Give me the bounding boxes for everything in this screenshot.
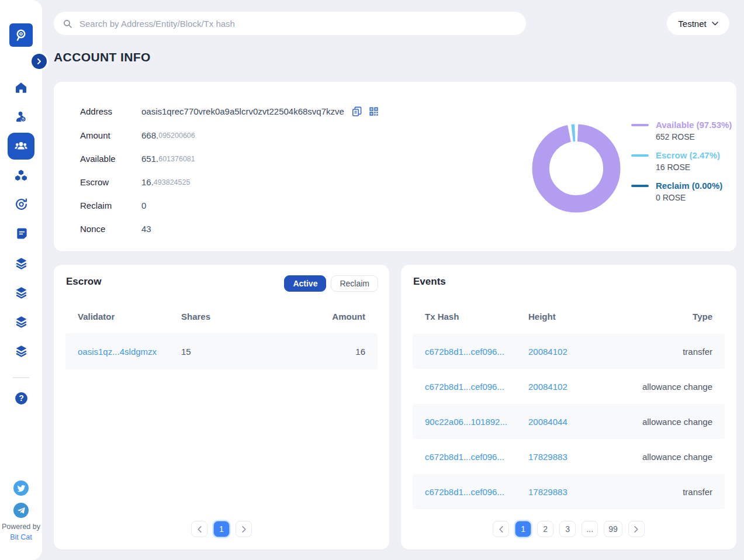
page-ellipsis[interactable]: ...	[582, 521, 598, 537]
search-icon	[63, 19, 72, 29]
chevron-down-icon	[712, 22, 718, 26]
search-input[interactable]	[79, 12, 518, 35]
address-value: oasis1qrec770vrek0a9a5lcrv0zvt22504k68sv…	[141, 106, 344, 116]
available-value: 651.601376081	[141, 154, 195, 164]
paratime-1-icon[interactable]	[7, 249, 35, 277]
tx-hash-link[interactable]: c672b8d1...cef096...	[425, 487, 528, 497]
escrow-value: 16.493824525	[141, 177, 190, 187]
events-panel: Events Tx Hash Height Type c672b8d1...ce…	[401, 265, 736, 549]
home-icon[interactable]	[7, 74, 35, 102]
escrow-table-row: oasis1qz...4sldgmzx 15 16	[65, 333, 378, 369]
shares-cell: 15	[181, 347, 355, 357]
transactions-icon[interactable]	[7, 190, 35, 218]
documents-icon[interactable]	[7, 219, 35, 247]
balance-donut-chart	[532, 124, 621, 213]
sidebar-expand-button[interactable]	[32, 54, 47, 69]
svg-text:?: ?	[19, 393, 24, 403]
events-panel-title: Events	[413, 276, 446, 288]
page-button-1[interactable]: 1	[213, 521, 230, 537]
amount-value: 668.095200606	[141, 130, 195, 140]
escrow-label: Escrow	[80, 177, 141, 187]
copy-icon[interactable]	[351, 106, 362, 117]
address-label: Address	[80, 106, 141, 116]
nonce-value: 43	[141, 224, 151, 234]
reclaim-label: Reclaim	[80, 201, 141, 210]
blocks-icon[interactable]	[7, 161, 35, 189]
nonce-label: Nonce	[80, 224, 141, 234]
tx-hash-link[interactable]: c672b8d1...cef096...	[425, 347, 528, 357]
help-icon[interactable]: ?	[7, 384, 35, 412]
type-cell: allowance change	[642, 452, 712, 462]
paratime-3-icon[interactable]	[7, 307, 35, 336]
search-bar	[54, 12, 526, 35]
page-button-2[interactable]: 2	[537, 521, 553, 537]
reclaim-value: 0	[141, 201, 146, 210]
account-info-card: Address oasis1qrec770vrek0a9a5lcrv0zvt22…	[54, 82, 736, 251]
type-cell: allowance change	[642, 417, 712, 427]
sidebar: ? Powered by Bit Cat	[0, 0, 42, 560]
app-logo-icon[interactable]	[9, 23, 33, 47]
legend-item-reclaim: Reclaim (0.00%) 0 ROSE	[631, 180, 732, 203]
paratime-2-icon[interactable]	[7, 278, 35, 306]
available-label: Available	[80, 154, 141, 164]
legend-item-escrow: Escrow (2.47%) 16 ROSE	[631, 150, 732, 173]
legend-dash-escrow	[631, 154, 649, 157]
height-link[interactable]: 20084044	[528, 417, 567, 427]
tx-hash-link[interactable]: 90c22a06...101892...	[425, 417, 528, 427]
tx-hash-link[interactable]: c672b8d1...cef096...	[425, 452, 528, 462]
page-title: ACCOUNT INFO	[54, 50, 151, 64]
escrow-table-header: Validator Shares Amount	[65, 308, 378, 324]
network-select[interactable]: Testnet	[667, 12, 729, 35]
events-table-row: c672b8d1...cef096... 17829883 allowance …	[413, 439, 725, 474]
bit-cat-link[interactable]: Bit Cat	[0, 533, 42, 541]
validator-link[interactable]: oasis1qz...4sldgmzx	[78, 347, 181, 357]
page-button-1[interactable]: 1	[515, 521, 531, 537]
type-cell: allowance change	[642, 382, 712, 392]
escrow-reclaim-tab[interactable]: Reclaim	[331, 275, 378, 292]
events-table-row: 90c22a06...101892... 20084044 allowance …	[413, 404, 725, 439]
amount-label: Amount	[80, 130, 141, 140]
type-cell: transfer	[683, 347, 712, 357]
height-link[interactable]: 20084102	[528, 382, 567, 392]
legend-dash-available	[631, 124, 649, 126]
height-link[interactable]: 17829883	[528, 487, 567, 497]
accounts-icon[interactable]	[8, 133, 34, 160]
legend-dash-reclaim	[631, 185, 649, 187]
prev-page-button[interactable]	[493, 521, 509, 537]
type-cell: transfer	[683, 487, 712, 497]
height-link[interactable]: 17829883	[528, 452, 567, 462]
events-pagination: 1 2 3 ... 99	[401, 521, 736, 537]
escrow-pagination: 1	[54, 521, 389, 537]
events-table-row: c672b8d1...cef096... 20084102 allowance …	[413, 369, 725, 404]
escrow-active-tab[interactable]: Active	[284, 275, 326, 292]
escrow-panel-title: Escrow	[66, 276, 101, 288]
qr-code-icon[interactable]	[368, 106, 379, 117]
legend-item-available: Available (97.53%) 652 ROSE	[631, 119, 732, 143]
next-page-button[interactable]	[236, 521, 252, 537]
tx-hash-link[interactable]: c672b8d1...cef096...	[425, 382, 528, 392]
sidebar-divider	[13, 377, 29, 378]
amount-cell: 16	[355, 347, 365, 357]
validators-icon[interactable]	[7, 103, 35, 131]
prev-page-button[interactable]	[191, 521, 207, 537]
events-table-row: c672b8d1...cef096... 20084102 transfer	[413, 334, 725, 369]
page-button-99[interactable]: 99	[604, 521, 622, 537]
network-select-value: Testnet	[678, 19, 706, 29]
escrow-panel: Escrow Active Reclaim Validator Shares A…	[54, 265, 389, 549]
donut-legend: Available (97.53%) 652 ROSE Escrow (2.47…	[631, 119, 732, 210]
events-table-header: Tx Hash Height Type	[413, 308, 725, 324]
powered-by-text: Powered by	[0, 523, 42, 531]
page-button-3[interactable]: 3	[559, 521, 576, 537]
height-link[interactable]: 20084102	[528, 347, 567, 357]
events-table-row: c672b8d1...cef096... 17829883 transfer	[413, 474, 725, 509]
telegram-icon[interactable]	[13, 503, 29, 518]
paratime-4-icon[interactable]	[7, 337, 35, 365]
next-page-button[interactable]	[628, 521, 645, 537]
twitter-icon[interactable]	[13, 481, 29, 496]
